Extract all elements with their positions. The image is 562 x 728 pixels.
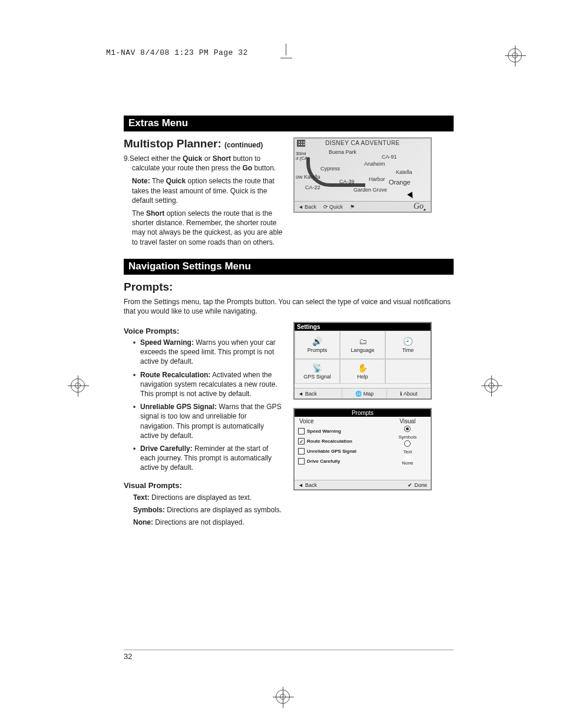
check-icon: ✔ [408, 482, 412, 488]
settings-about-button[interactable]: ℹAbout [387, 388, 431, 398]
cursor-arrow-icon [407, 192, 415, 200]
map-go-button[interactable]: Go▸ [414, 202, 431, 212]
arrow-left-icon: ◄ [298, 482, 303, 488]
map-label: CA-91 [382, 154, 397, 160]
map-back-button[interactable]: ◄Back [295, 204, 320, 210]
radio-label: Symbols [387, 434, 428, 440]
map-label: Buena Park [329, 149, 356, 155]
heading-voice-prompts: Voice Prompts: [124, 327, 283, 335]
registration-mark-icon [71, 378, 85, 393]
visual-column-label: Visual [387, 418, 428, 424]
section-bar-nav-settings: Navigation Settings Menu [124, 259, 454, 275]
radio-symbols[interactable] [404, 426, 411, 432]
settings-back-button[interactable]: ◄Back [295, 388, 342, 398]
prompts-done-button[interactable]: ✔Done [408, 482, 431, 488]
screenshot-map-route: DISNEY CA ADVENTURE 30mid (CA) Buena Par… [293, 137, 432, 213]
step-9: 9.Select either the Quick or Short butto… [124, 154, 283, 173]
settings-cell-time[interactable]: 🕘Time [385, 331, 431, 359]
note-short-option: The Short option selects the route that … [124, 209, 283, 247]
checkbox-drive-carefully[interactable]: Drive Carefully [298, 456, 381, 466]
map-label: CA-22 [305, 185, 320, 190]
print-slug-line: M1-NAV 8/4/08 1:23 PM Page 32 [106, 48, 248, 57]
info-icon: ℹ [400, 391, 402, 397]
screenshot-settings-menu: Settings 🔊Prompts 🗂Language 🕘Time 📡GPS S… [293, 322, 432, 400]
prompts-screen-header: Prompts [295, 409, 431, 417]
prompts-intro-text: From the Settings menu, tap the Prompts … [124, 297, 454, 316]
map-quick-button[interactable]: ⟳Quick [320, 204, 346, 210]
radio-label: Text [387, 449, 428, 454]
registration-mark-icon [484, 378, 498, 393]
settings-cell-language[interactable]: 🗂Language [340, 331, 385, 359]
settings-cell-prompts[interactable]: 🔊Prompts [295, 331, 340, 359]
heading-visual-prompts: Visual Prompts: [124, 481, 283, 490]
radio-label: None [387, 460, 428, 466]
note-quick-option: Note: The Quick option selects the route… [124, 176, 283, 205]
map-label: Anaheim [364, 161, 385, 167]
map-label: Garden Grove [353, 187, 387, 193]
prompts-icon: 🔊 [312, 337, 323, 346]
checkbox-unreliable-gps[interactable]: Unreliable GPS Signal [298, 446, 381, 456]
refresh-icon: ⟳ [323, 204, 328, 210]
map-label: Harbor [369, 176, 385, 182]
section-bar-extras-menu: Extras Menu [124, 116, 454, 131]
settings-cell-help[interactable]: ✋Help [340, 359, 385, 384]
help-icon: ✋ [358, 363, 368, 373]
screenshot-prompts-screen: Prompts Voice Speed Warning ✓Route Recal… [293, 408, 432, 490]
settings-map-button[interactable]: 🌐Map [342, 388, 386, 398]
map-flag-icon: ⚑ [346, 204, 358, 210]
satellite-icon: 📡 [312, 363, 323, 373]
map-label: Cypress [320, 166, 340, 172]
visual-prompts-list: Text: Directions are displayed as text. … [124, 492, 283, 529]
map-title: DISNEY CA ADVENTURE [295, 140, 431, 146]
radio-text[interactable] [404, 440, 411, 447]
voice-column-label: Voice [298, 418, 381, 424]
prompts-back-button[interactable]: ◄Back [295, 482, 317, 488]
settings-cell-empty [385, 359, 431, 384]
settings-cell-gps[interactable]: 📡GPS Signal [295, 359, 340, 384]
arrow-left-icon: ◄ [298, 204, 303, 210]
heading-prompts: Prompts: [124, 281, 454, 294]
globe-icon: 🌐 [355, 391, 362, 397]
map-label: Katella [396, 169, 412, 175]
checkbox-speed-warning[interactable]: Speed Warning [298, 426, 381, 436]
registration-mark-icon [276, 690, 290, 704]
page-content: M1-NAV 8/4/08 1:23 PM Page 32 Extras Men… [124, 52, 454, 529]
language-icon: 🗂 [358, 337, 368, 346]
clock-icon: 🕘 [403, 337, 414, 346]
map-label: CA-39 [339, 179, 355, 185]
checkbox-route-recalc[interactable]: ✓Route Recalculation [298, 436, 381, 446]
settings-header: Settings [295, 323, 431, 331]
heading-multistop-planner: Multistop Planner: (continued) [124, 137, 283, 150]
arrow-left-icon: ◄ [298, 391, 303, 397]
page-number: 32 [124, 650, 454, 661]
voice-prompts-list: Speed Warning: Warns you when your car e… [124, 338, 283, 472]
map-label: Orange [389, 179, 411, 186]
map-label: ow Katella [296, 174, 320, 180]
registration-mark-icon [508, 48, 522, 62]
